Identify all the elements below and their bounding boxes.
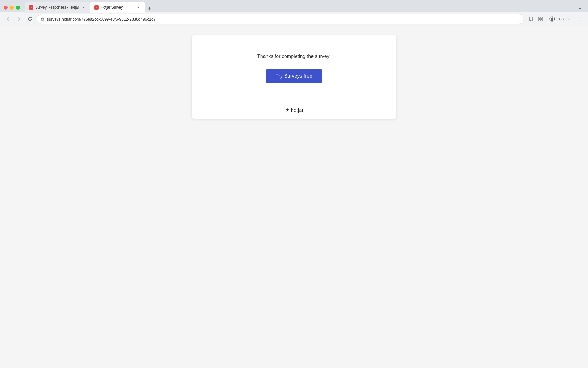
survey-completion-card: Thanks for completing the survey! Try Su… [192, 35, 396, 119]
browser-chrome: h Survey Responses - Hotjar × h Hotjar S… [0, 0, 588, 26]
tab-1-favicon: h [29, 5, 33, 10]
tabs-bar: h Survey Responses - Hotjar × h Hotjar S… [25, 2, 584, 13]
menu-button[interactable] [576, 15, 584, 23]
address-bar[interactable]: surveys.hotjar.com/776ba2cd-5699-43f6-96… [37, 14, 524, 24]
card-footer: hotjar [192, 102, 396, 119]
tab-2-label: Hotjar Survey [100, 5, 134, 10]
page-content: Thanks for completing the survey! Try Su… [0, 26, 588, 368]
svg-rect-5 [539, 17, 540, 19]
maximize-window-button[interactable] [16, 6, 20, 10]
svg-point-11 [580, 17, 580, 18]
tab-1-close-button[interactable]: × [81, 5, 86, 10]
forward-button[interactable] [15, 15, 23, 23]
url-text: surveys.hotjar.com/776ba2cd-5699-43f6-96… [47, 17, 520, 21]
nav-right-controls: Incognito [526, 15, 584, 23]
svg-rect-6 [541, 17, 542, 19]
try-surveys-button[interactable]: Try Surveys free [266, 69, 322, 83]
bookmark-button[interactable] [526, 15, 535, 23]
tab-2-close-button[interactable]: × [136, 5, 141, 10]
incognito-label: Incognito [556, 17, 571, 21]
close-window-button[interactable] [4, 6, 8, 10]
reload-button[interactable] [26, 15, 34, 23]
back-button[interactable] [4, 15, 12, 23]
new-tab-button[interactable]: + [145, 4, 154, 13]
extensions-button[interactable] [536, 15, 545, 23]
browser-tab-2[interactable]: h Hotjar Survey × [90, 2, 145, 13]
svg-rect-4 [41, 18, 44, 20]
incognito-button[interactable]: Incognito [546, 15, 575, 23]
svg-point-10 [551, 19, 553, 21]
lock-icon [41, 17, 44, 21]
hotjar-logo-link[interactable]: hotjar [285, 107, 304, 113]
window-controls [4, 6, 20, 10]
svg-rect-8 [541, 19, 542, 21]
minimize-window-button[interactable] [10, 6, 14, 10]
svg-point-9 [550, 17, 555, 21]
svg-rect-7 [539, 19, 540, 21]
tab-1-label: Survey Responses - Hotjar [35, 5, 79, 10]
hotjar-lightning-icon [285, 107, 289, 113]
title-bar: h Survey Responses - Hotjar × h Hotjar S… [0, 0, 588, 12]
thank-you-message: Thanks for completing the survey! [257, 54, 331, 59]
nav-bar: surveys.hotjar.com/776ba2cd-5699-43f6-96… [0, 12, 588, 26]
svg-text:h: h [31, 6, 32, 9]
hotjar-wordmark: hotjar [291, 108, 304, 113]
svg-point-13 [580, 20, 580, 21]
card-main: Thanks for completing the survey! Try Su… [192, 35, 396, 102]
svg-text:h: h [96, 6, 97, 9]
tab-2-favicon: h [94, 5, 99, 10]
tab-list-button[interactable] [576, 4, 584, 13]
browser-tab-1[interactable]: h Survey Responses - Hotjar × [25, 2, 90, 13]
svg-point-12 [580, 19, 580, 19]
